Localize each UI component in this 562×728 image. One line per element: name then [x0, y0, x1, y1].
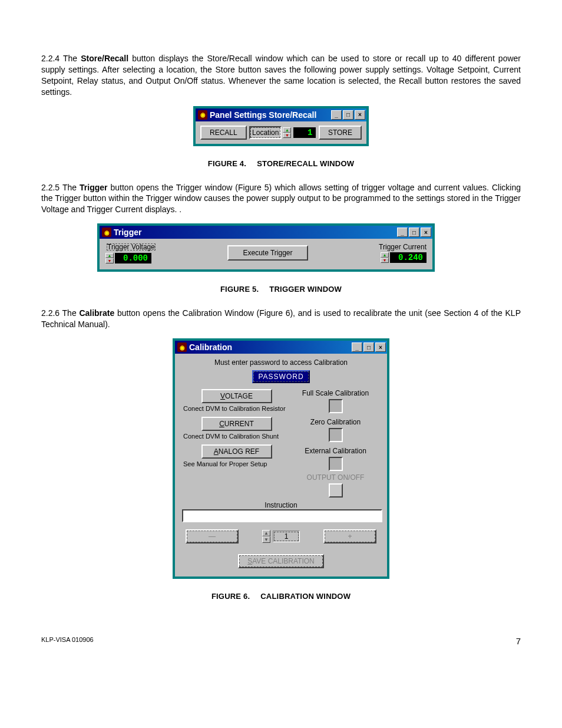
- window-title: Trigger: [114, 228, 396, 237]
- password-button[interactable]: PASSWORD: [252, 370, 309, 383]
- instruction-label: Instruction: [182, 501, 380, 509]
- trigger-current-label: Trigger Current: [379, 243, 427, 251]
- chevron-up-icon[interactable]: ▲: [262, 530, 270, 536]
- analog-hint: See Manual for Proper Setup: [183, 460, 291, 467]
- figure-6-caption: FIGURE 6.CALIBRATION WINDOW: [41, 592, 521, 601]
- current-spinner[interactable]: ▲ ▼: [381, 252, 389, 263]
- chevron-down-icon[interactable]: ▼: [283, 133, 291, 138]
- increment-button[interactable]: +: [323, 529, 376, 543]
- minimize-icon[interactable]: _: [331, 110, 342, 120]
- location-label: Location: [249, 126, 282, 139]
- output-indicator[interactable]: [329, 483, 343, 498]
- close-icon[interactable]: ×: [355, 110, 365, 120]
- bold-term: Trigger: [80, 183, 107, 192]
- calibration-window: ◉ Calibration _ □ × Must enter password …: [173, 338, 389, 579]
- chevron-down-icon[interactable]: ▼: [381, 258, 389, 263]
- voltage-spinner[interactable]: ▲ ▼: [105, 253, 114, 263]
- instruction-field: [182, 509, 382, 522]
- text: 2.2.6 The: [41, 308, 79, 318]
- app-icon: ◉: [102, 228, 111, 237]
- window-title: Panel Settings Store/Recall: [210, 110, 330, 120]
- decrement-button[interactable]: —: [186, 529, 239, 543]
- trigger-current-value: 0.240: [390, 252, 427, 263]
- zero-indicator: [329, 428, 343, 442]
- trigger-current-group: Trigger Current ▲ ▼ 0.240: [379, 243, 427, 263]
- chevron-down-icon[interactable]: ▼: [105, 258, 114, 263]
- current-button[interactable]: CURRENT: [201, 417, 272, 431]
- maximize-icon[interactable]: □: [409, 228, 419, 237]
- chevron-up-icon[interactable]: ▲: [381, 252, 389, 258]
- text: button opens the Trigger window (Figure …: [41, 183, 521, 215]
- full-scale-label: Full Scale Calibration: [291, 389, 380, 397]
- output-on-off-label: OUTPUT ON/OFF: [291, 473, 380, 482]
- full-scale-indicator: [329, 399, 343, 413]
- page-footer: KLP-VISA 010906 7: [41, 636, 521, 646]
- paragraph-2-2-4: 2.2.4 The Store/Recall button displays t…: [41, 53, 521, 98]
- trigger-window: ◉ Trigger _ □ × Trigger Voltage ▲ ▼ 0.00…: [97, 223, 435, 272]
- bold-term: Calibrate: [79, 308, 114, 318]
- maximize-icon[interactable]: □: [363, 342, 374, 352]
- step-spinner[interactable]: ▲ ▼: [262, 530, 270, 543]
- figure-5-caption: FIGURE 5.TRIGGER WINDOW: [41, 285, 521, 294]
- trigger-voltage-label: Trigger Voltage: [105, 242, 157, 252]
- execute-trigger-button[interactable]: Execute Trigger: [227, 245, 308, 261]
- voltage-hint: Conect DVM to Calibration Resistor: [183, 405, 291, 412]
- trigger-voltage-value: 0.000: [115, 253, 151, 263]
- close-icon[interactable]: ×: [421, 228, 431, 237]
- trigger-voltage-group: Trigger Voltage ▲ ▼ 0.000: [105, 242, 157, 263]
- maximize-icon[interactable]: □: [343, 110, 353, 120]
- chevron-up-icon[interactable]: ▲: [283, 127, 291, 133]
- app-icon: ◉: [177, 342, 187, 352]
- store-recall-window: ◉ Panel Settings Store/Recall _ □ × RECA…: [193, 106, 369, 146]
- recall-button[interactable]: RECALL: [200, 126, 247, 140]
- step-value: 1: [273, 531, 300, 542]
- title-bar: ◉ Panel Settings Store/Recall _ □ ×: [196, 108, 366, 121]
- minimize-icon[interactable]: _: [397, 228, 408, 237]
- text: 2.2.5 The: [41, 183, 80, 192]
- window-title: Calibration: [189, 342, 351, 352]
- location-spinner[interactable]: ▲ ▼: [283, 127, 291, 138]
- app-icon: ◉: [198, 110, 207, 120]
- chevron-down-icon[interactable]: ▼: [262, 536, 270, 543]
- store-button[interactable]: STORE: [319, 126, 362, 140]
- external-indicator: [329, 457, 343, 471]
- doc-id: KLP-VISA 010906: [41, 636, 94, 646]
- save-calibration-button[interactable]: SAVE CALIBRATION: [238, 554, 324, 568]
- bold-term: Store/Recall: [81, 54, 128, 63]
- page-number: 7: [516, 636, 521, 646]
- analog-ref-button[interactable]: ANALOG REF: [201, 444, 272, 459]
- location-value: 1: [293, 127, 316, 138]
- title-bar: ◉ Trigger _ □ ×: [100, 226, 432, 239]
- zero-label: Zero Calibration: [291, 418, 380, 426]
- minimize-icon[interactable]: _: [352, 342, 362, 352]
- chevron-up-icon[interactable]: ▲: [105, 253, 114, 258]
- title-bar: ◉ Calibration _ □ ×: [175, 341, 387, 354]
- paragraph-2-2-5: 2.2.5 The Trigger button opens the Trigg…: [41, 182, 521, 216]
- close-icon[interactable]: ×: [375, 342, 386, 352]
- voltage-button[interactable]: VOLTAGE: [201, 389, 272, 403]
- calibration-prompt: Must enter password to access Calibratio…: [182, 358, 380, 367]
- paragraph-2-2-6: 2.2.6 The Calibrate button opens the Cal…: [41, 308, 521, 330]
- current-hint: Conect DVM to Calibration Shunt: [183, 433, 291, 440]
- figure-4-caption: FIGURE 4.STORE/RECALL WINDOW: [41, 159, 521, 168]
- external-label: External Calibration: [291, 447, 380, 455]
- text: 2.2.4 The: [41, 54, 81, 63]
